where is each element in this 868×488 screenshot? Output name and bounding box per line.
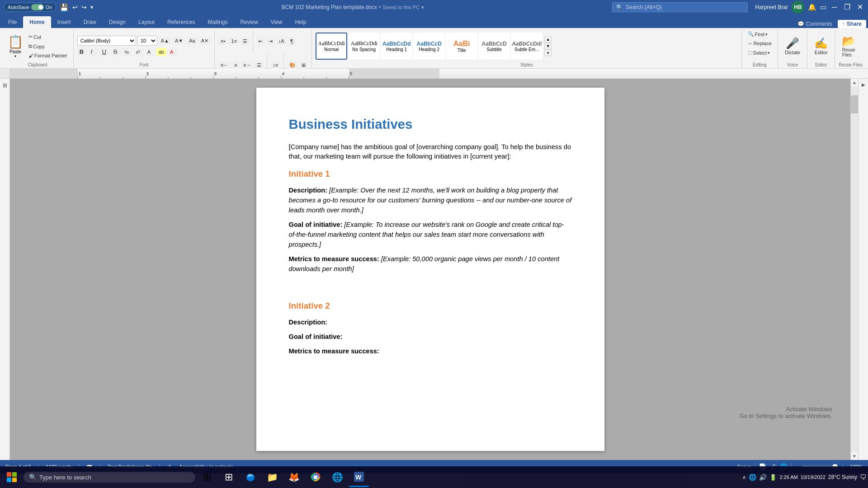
- browser2-button[interactable]: 🌐: [327, 467, 347, 487]
- paste-button[interactable]: 📋 Paste ▾: [5, 33, 25, 60]
- task-view-button[interactable]: ⊞: [197, 467, 217, 487]
- doc-intro[interactable]: [Company name] has the ambitious goal of…: [289, 142, 572, 161]
- align-left-button[interactable]: ≡←: [218, 61, 231, 69]
- highlight-button[interactable]: ab: [156, 48, 166, 56]
- share-button[interactable]: ↑ Share: [838, 20, 866, 28]
- save-icon[interactable]: 💾: [60, 3, 69, 12]
- chrome-button[interactable]: [306, 467, 326, 487]
- document-page[interactable]: Business Initiatives [Company name] has …: [256, 88, 604, 451]
- font-shrink-button[interactable]: A▼: [173, 37, 185, 45]
- save-dropdown-icon[interactable]: ▾: [421, 5, 424, 10]
- align-right-button[interactable]: ≡→: [241, 61, 253, 69]
- dictate-button[interactable]: 🎤 Dictate: [782, 35, 803, 57]
- line-spacing-button[interactable]: ↕≡: [270, 61, 280, 69]
- initiative1-goal[interactable]: Goal of initiative: [Example: To increas…: [289, 220, 572, 249]
- style-scroll-more[interactable]: ▾: [544, 50, 552, 56]
- minimize-button[interactable]: ─: [830, 0, 839, 14]
- tab-home[interactable]: Home: [23, 16, 51, 28]
- align-center-button[interactable]: ≡: [232, 61, 239, 69]
- tb-network-icon[interactable]: 🌐: [749, 474, 756, 481]
- tab-draw[interactable]: Draw: [77, 16, 103, 28]
- style-heading1[interactable]: AaBbCcDd Heading 1: [381, 33, 412, 60]
- start-button[interactable]: [2, 467, 22, 487]
- font-name-select[interactable]: Calibri (Body): [77, 36, 136, 46]
- tb-weather[interactable]: 28°C Sunny: [828, 474, 857, 480]
- style-title[interactable]: AaBi Title: [446, 33, 477, 60]
- word-button[interactable]: W: [349, 467, 369, 487]
- tab-mailings[interactable]: Mailings: [201, 16, 234, 28]
- font-size-select[interactable]: 10: [137, 36, 157, 46]
- bold-button[interactable]: B: [77, 47, 87, 56]
- select-button[interactable]: ⬚ Select ▾: [745, 48, 773, 57]
- collapse-icon[interactable]: ▶: [862, 82, 865, 87]
- tb-time[interactable]: 2:26 AM: [779, 474, 797, 480]
- style-scroll-up[interactable]: ▲: [544, 36, 552, 42]
- redo-icon[interactable]: ↪: [81, 4, 87, 11]
- find-button[interactable]: 🔍 Find ▾: [745, 30, 770, 38]
- tb-chevron-icon[interactable]: ∧: [742, 474, 746, 480]
- firefox-button[interactable]: 🦊: [284, 467, 304, 487]
- subscript-button[interactable]: x₂: [123, 47, 132, 56]
- tab-insert[interactable]: Insert: [51, 16, 77, 28]
- ruler-corner[interactable]: [0, 69, 10, 79]
- editor-button[interactable]: ✍ Editor: [811, 35, 831, 57]
- decrease-indent-button[interactable]: ⇤: [256, 37, 265, 46]
- tb-speaker-icon[interactable]: 🔊: [759, 474, 767, 481]
- search-bar[interactable]: 🔍 Search (Alt+Q): [612, 2, 748, 12]
- doc-layout-icon[interactable]: ⊞: [3, 82, 7, 89]
- initiative2-heading[interactable]: Initiative 2: [289, 300, 572, 312]
- superscript-button[interactable]: x²: [134, 48, 144, 56]
- scroll-track[interactable]: [851, 86, 858, 452]
- copy-button[interactable]: ⧉ Copy: [26, 42, 70, 51]
- style-subtitle[interactable]: AaBbCcD Subtitle: [478, 33, 510, 60]
- tab-references[interactable]: References: [161, 16, 201, 28]
- file-explorer-button[interactable]: 📁: [262, 467, 282, 487]
- style-no-spacing[interactable]: AaBbCcDdi No Spacing: [348, 33, 380, 60]
- multilevel-button[interactable]: ☰: [241, 37, 250, 46]
- cut-button[interactable]: ✂ Cut: [26, 33, 70, 41]
- format-painter-button[interactable]: 🖌 Format Painter: [26, 52, 70, 60]
- tab-file[interactable]: File: [2, 16, 23, 28]
- document-area[interactable]: Business Initiatives [Company name] has …: [10, 79, 850, 460]
- tab-view[interactable]: View: [264, 16, 289, 28]
- change-case-button[interactable]: Aa: [187, 37, 197, 45]
- tb-notification-icon[interactable]: 🗨: [860, 474, 866, 481]
- edge-button[interactable]: [241, 467, 260, 487]
- underline-button[interactable]: U: [100, 47, 110, 56]
- ribbon-display-icon[interactable]: ▭: [820, 3, 826, 11]
- widgets-button[interactable]: ⊞: [219, 467, 239, 487]
- vertical-scrollbar[interactable]: ▲ ▼: [850, 79, 858, 460]
- tab-design[interactable]: Design: [103, 16, 132, 28]
- initiative1-metrics[interactable]: Metrics to measure success: [Example: 50…: [289, 254, 572, 274]
- clear-format-button[interactable]: A✕: [199, 37, 211, 45]
- initiative1-heading[interactable]: Initiative 1: [289, 168, 572, 180]
- notification-icon[interactable]: 🔔: [808, 3, 816, 11]
- increase-indent-button[interactable]: ⇥: [266, 37, 275, 46]
- font-grow-button[interactable]: A▲: [159, 37, 171, 45]
- scroll-thumb[interactable]: [851, 95, 858, 113]
- tb-date[interactable]: 10/19/2022: [801, 474, 826, 480]
- replace-button[interactable]: ↔ Replace: [745, 39, 774, 47]
- style-normal[interactable]: AaBbCcDdi Normal: [316, 33, 347, 60]
- tab-review[interactable]: Review: [234, 16, 264, 28]
- initiative2-metrics[interactable]: Metrics to measure success:: [289, 346, 572, 356]
- scroll-down-button[interactable]: ▼: [851, 452, 858, 460]
- initiative2-goal[interactable]: Goal of initiative:: [289, 332, 572, 342]
- show-marks-button[interactable]: ¶: [288, 37, 296, 46]
- taskbar-search[interactable]: 🔍 Type here to search: [24, 472, 195, 483]
- numbering-button[interactable]: 1≡: [229, 37, 239, 45]
- initiative1-description[interactable]: Description: [Example: Over the next 12 …: [289, 185, 572, 215]
- autosave-button[interactable]: AutoSave On: [4, 3, 56, 12]
- style-heading2[interactable]: AaBbCcD Heading 2: [413, 33, 445, 60]
- style-subtle-em[interactable]: AaBbCcDdi Subtle Em...: [511, 33, 542, 60]
- doc-title[interactable]: Business Initiatives: [289, 115, 572, 133]
- scroll-up-button[interactable]: ▲: [851, 79, 858, 86]
- undo-icon[interactable]: ↩: [72, 4, 78, 11]
- italic-button[interactable]: I: [89, 47, 99, 56]
- tab-layout[interactable]: Layout: [132, 16, 161, 28]
- reuse-files-button[interactable]: 📂 ReuseFiles: [839, 33, 859, 60]
- tab-help[interactable]: Help: [289, 16, 313, 28]
- close-button[interactable]: ✕: [855, 0, 864, 14]
- font-color-button[interactable]: A: [168, 48, 178, 56]
- restore-button[interactable]: ❐: [843, 0, 852, 14]
